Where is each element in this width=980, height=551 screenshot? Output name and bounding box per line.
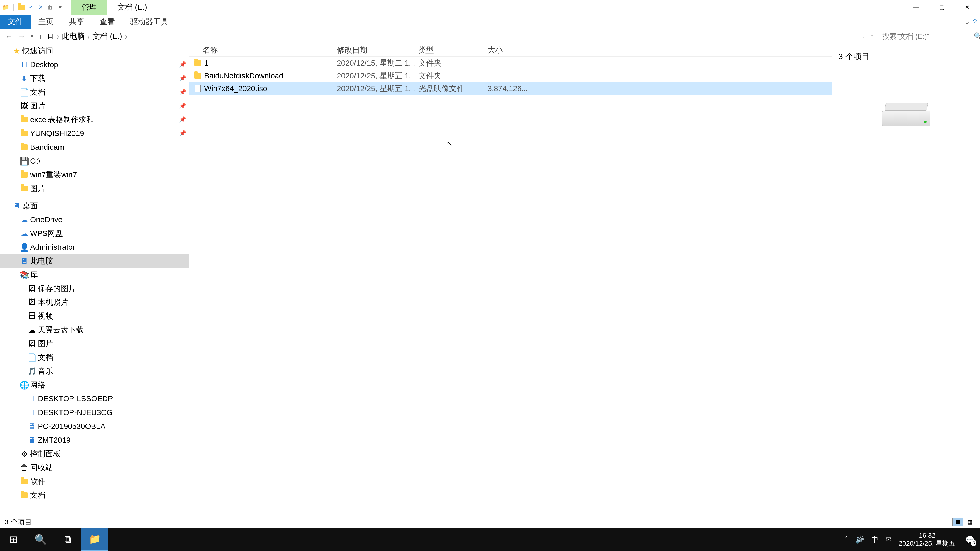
navigation-tree[interactable]: ★快速访问 🖥Desktop📌 ⬇下载📌 📄文档📌 🖼图片📌 excel表格制作…	[0, 44, 189, 516]
tree-item[interactable]: 🖼本机照片	[0, 295, 189, 309]
qat-folder-icon[interactable]	[18, 4, 25, 11]
qat-close-icon[interactable]: ✕	[37, 4, 44, 11]
folder-icon	[21, 185, 28, 192]
tree-this-pc[interactable]: 🖥此电脑	[0, 254, 189, 268]
tree-item[interactable]: 🖥DESKTOP-NJEU3CG	[0, 406, 189, 419]
chevron-right-icon[interactable]: ›	[87, 32, 90, 41]
qat-delete-icon[interactable]: 🗑	[47, 4, 54, 11]
tree-recycle-bin[interactable]: 🗑回收站	[0, 461, 189, 475]
tree-item[interactable]: 🖼图片📌	[0, 99, 189, 113]
qat-dropdown-icon[interactable]: ▾	[56, 4, 64, 11]
tree-item[interactable]: 图片	[0, 182, 189, 195]
tree-libraries[interactable]: 📚库	[0, 268, 189, 282]
table-row[interactable]: Win7x64_2020.iso 2020/12/25, 星期五 1... 光盘…	[189, 82, 832, 95]
contextual-tab-manage[interactable]: 管理	[72, 0, 107, 14]
table-row[interactable]: BaiduNetdiskDownload 2020/12/25, 星期五 1..…	[189, 69, 832, 82]
tree-item[interactable]: 🖥PC-20190530OBLA	[0, 419, 189, 433]
cloud-icon: ☁	[28, 326, 36, 333]
tree-item[interactable]: excel表格制作求和📌	[0, 113, 189, 127]
qat-check-icon[interactable]: ✓	[27, 4, 35, 11]
ime-indicator[interactable]: 中	[871, 535, 878, 545]
up-button[interactable]: ↑	[38, 32, 42, 41]
action-center-button[interactable]: 💬3	[963, 532, 977, 547]
close-button[interactable]: ✕	[955, 0, 980, 15]
address-dropdown-icon[interactable]: ⌄	[862, 34, 865, 39]
chevron-right-icon[interactable]: ›	[57, 32, 59, 41]
app-icon: 📁	[2, 4, 9, 11]
tree-item[interactable]: 👤Administrator	[0, 240, 189, 254]
tree-item[interactable]: 文档	[0, 488, 189, 502]
download-icon: ⬇	[21, 75, 28, 82]
ribbon-home[interactable]: 主页	[30, 15, 61, 29]
ribbon-file[interactable]: 文件	[0, 15, 30, 29]
folder-icon	[194, 73, 202, 79]
tree-item[interactable]: 🎞视频	[0, 309, 189, 323]
ribbon-view[interactable]: 查看	[92, 15, 123, 29]
status-text: 3 个项目	[5, 517, 32, 527]
column-size[interactable]: 大小	[487, 45, 533, 56]
forward-button[interactable]: →	[18, 32, 25, 41]
breadcrumb[interactable]: 🖥 › 此电脑 › 文档 (E:) ›	[46, 31, 858, 41]
folder-icon	[21, 478, 28, 485]
pc-icon: 🖥	[28, 409, 36, 416]
tree-control-panel[interactable]: ⚙控制面板	[0, 447, 189, 461]
tree-item[interactable]: 💾G:\	[0, 154, 189, 168]
tray-chevron-icon[interactable]: ˄	[845, 535, 848, 544]
ribbon-share[interactable]: 共享	[61, 15, 92, 29]
view-details-button[interactable]: ≣	[953, 518, 963, 526]
help-icon[interactable]: ?	[973, 17, 977, 26]
view-icons-button[interactable]: ▦	[965, 518, 975, 526]
column-date[interactable]: 修改日期	[337, 45, 418, 56]
tree-item[interactable]: ☁OneDrive	[0, 213, 189, 227]
tree-item[interactable]: 🖥ZMT2019	[0, 433, 189, 447]
tree-item[interactable]: Bandicam	[0, 140, 189, 154]
start-button[interactable]: ⊞	[0, 528, 27, 551]
ribbon-expand-icon[interactable]: ⌄	[964, 17, 970, 26]
window-title: 文档 (E:)	[107, 0, 158, 14]
chevron-right-icon[interactable]: ›	[125, 32, 127, 41]
music-icon: 🎵	[28, 367, 36, 375]
ribbon-drive-tools[interactable]: 驱动器工具	[123, 15, 176, 29]
tree-network[interactable]: 🌐网络	[0, 378, 189, 392]
tree-desktop[interactable]: 🖥桌面	[0, 199, 189, 213]
task-view-button[interactable]: ⧉	[54, 528, 81, 551]
column-name[interactable]: 名称	[189, 45, 337, 56]
search-icon[interactable]: 🔍	[974, 32, 980, 41]
maximize-button[interactable]: ▢	[929, 0, 955, 15]
tree-item[interactable]: 🖼图片	[0, 337, 189, 351]
tree-item[interactable]: ⬇下载📌	[0, 71, 189, 85]
recent-dropdown-icon[interactable]: ▾	[30, 33, 33, 40]
column-type[interactable]: 类型	[418, 45, 487, 56]
back-button[interactable]: ←	[5, 32, 13, 41]
tree-item[interactable]: 🖼保存的图片	[0, 282, 189, 295]
search-input[interactable]: 🔍	[879, 31, 976, 42]
star-icon: ★	[13, 47, 21, 55]
taskbar-search[interactable]: 🔍	[27, 528, 54, 551]
file-list[interactable]: ˄ 名称 修改日期 类型 大小 1 2020/12/15, 星期二 1... 文…	[189, 44, 832, 516]
tree-item[interactable]: ☁天翼云盘下载	[0, 323, 189, 337]
tree-item[interactable]: 🖥DESKTOP-LSSOEDP	[0, 392, 189, 406]
taskbar-explorer[interactable]: 📁	[81, 528, 108, 551]
tree-item[interactable]: win7重装win7	[0, 168, 189, 182]
refresh-icon[interactable]: ⟳	[870, 34, 874, 39]
taskbar[interactable]: ⊞ 🔍 ⧉ 📁 ˄ 🔊 中 ✉ 16:32 2020/12/25, 星期五 💬3	[0, 528, 980, 551]
pin-icon: 📌	[179, 89, 186, 95]
table-row[interactable]: 1 2020/12/15, 星期二 1... 文件夹	[189, 57, 832, 69]
tree-item[interactable]: 📄文档📌	[0, 85, 189, 99]
tree-item[interactable]: 软件	[0, 475, 189, 488]
tree-item[interactable]: 📄文档	[0, 351, 189, 364]
desktop-icon: 🖥	[13, 202, 21, 210]
tray-app-icon[interactable]: ✉	[886, 535, 891, 544]
tree-item[interactable]: 🎵音乐	[0, 364, 189, 378]
volume-icon[interactable]: 🔊	[855, 535, 864, 544]
tree-quick-access[interactable]: ★快速访问	[0, 44, 189, 58]
picture-icon: 🖼	[28, 340, 36, 348]
breadcrumb-drive[interactable]: 文档 (E:)	[92, 31, 122, 41]
tree-item[interactable]: ☁WPS网盘	[0, 227, 189, 240]
breadcrumb-pc[interactable]: 此电脑	[62, 31, 85, 41]
folder-icon	[21, 116, 28, 124]
taskbar-clock[interactable]: 16:32 2020/12/25, 星期五	[899, 532, 956, 548]
minimize-button[interactable]: ―	[904, 0, 929, 15]
tree-item[interactable]: YUNQISHI2019📌	[0, 127, 189, 140]
tree-item[interactable]: 🖥Desktop📌	[0, 58, 189, 71]
